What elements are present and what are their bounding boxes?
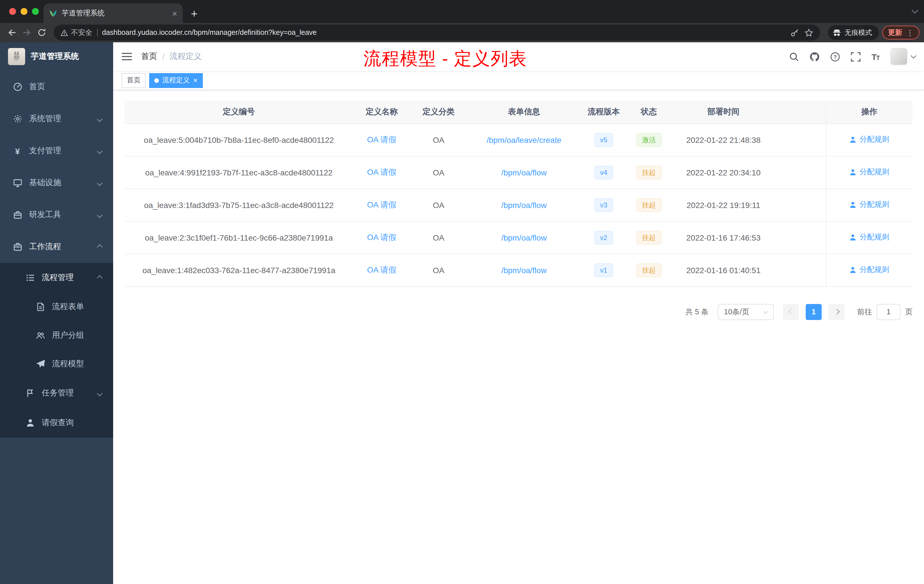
tag-process-definition[interactable]: 流程定义 × [149,73,203,88]
definition-table: 定义编号 定义名称 定义分类 表单信息 流程版本 状态 部署时间 操作 [125,101,912,287]
sidebar-item-home[interactable]: 首页 [0,71,113,103]
page-number-button[interactable]: 1 [806,304,822,320]
column-header-id: 定义编号 [125,101,353,124]
back-button[interactable] [5,25,20,40]
column-header-deploy-time: 部署时间 [672,101,776,124]
definition-name-link[interactable]: OA 请假 [367,167,396,176]
divider [97,28,97,36]
avatar[interactable] [890,48,908,65]
prev-page-button[interactable] [783,304,799,320]
browser-menu-icon[interactable]: ⋮ [906,29,914,36]
navbar-actions: ? TT [789,48,916,65]
close-window-button[interactable] [9,8,16,15]
version-badge: v2 [594,231,613,244]
sidebar-item-process-form[interactable]: 流程表单 [0,292,113,321]
definition-name-link[interactable]: OA 请假 [367,265,396,274]
cell-deploy-time: 2022-01-22 20:34:10 [672,156,776,188]
column-header-action: 操作 [826,101,912,124]
sidebar-item-devtools[interactable]: 研发工具 [0,199,113,231]
sidebar-item-process-management[interactable]: 流程管理 [0,263,113,292]
assign-rule-link[interactable]: 分配规则 [850,167,889,177]
sidebar-item-user-group[interactable]: 用户分组 [0,321,113,350]
sidebar-item-workflow[interactable]: 工作流程 [0,231,113,263]
active-dot [154,78,159,82]
password-key-icon[interactable] [790,28,799,37]
version-badge: v1 [594,263,613,277]
pagination: 共 5 条 10条/页 1 前往 页 [125,304,912,320]
column-header-form: 表单信息 [467,101,581,124]
sidebar-item-infrastructure[interactable]: 基础设施 [0,167,113,199]
fullscreen-icon[interactable] [851,52,861,61]
form-link[interactable]: /bpm/oa/leave/create [487,135,561,144]
definition-name-link[interactable]: OA 请假 [367,135,396,144]
tag-close-icon[interactable]: × [193,77,198,84]
help-icon[interactable]: ? [830,52,840,61]
tag-home[interactable]: 首页 [122,73,146,88]
assign-rule-label: 分配规则 [860,265,889,275]
breadcrumb-current: 流程定义 [170,51,202,62]
security-indicator[interactable]: 不安全 [61,28,92,38]
user-menu[interactable] [890,48,916,65]
definition-name-link[interactable]: OA 请假 [367,232,396,241]
sidebar-item-label: 流程模型 [52,359,104,369]
github-icon[interactable] [810,52,819,61]
sidebar-item-process-model[interactable]: 流程模型 [0,350,113,378]
new-tab-button[interactable]: + [191,8,198,20]
bookmark-star-icon[interactable] [805,28,813,37]
table-header-row: 定义编号 定义名称 定义分类 表单信息 流程版本 状态 部署时间 操作 [125,101,912,124]
sidebar-item-system[interactable]: 系统管理 [0,103,113,135]
form-link[interactable]: /bpm/oa/flow [502,266,547,275]
url-text[interactable]: dashboard.yudao.iocoder.cn/bpm/manager/d… [102,28,785,36]
status-badge: 挂起 [636,263,662,277]
breadcrumb-home[interactable]: 首页 [141,51,157,62]
chevron-down-icon [764,309,768,314]
definition-name-link[interactable]: OA 请假 [367,200,396,209]
sidebar-item-payment[interactable]: ¥ 支付管理 [0,135,113,167]
paper-plane-icon [35,359,45,369]
zoom-window-button[interactable] [32,8,39,15]
assign-rule-link[interactable]: 分配规则 [850,232,889,243]
assign-rule-link[interactable]: 分配规则 [850,265,889,275]
tags-view: 首页 流程定义 × [113,71,924,90]
browser-update-button[interactable]: 更新 ⋮ [882,26,919,40]
version-badge: v4 [594,165,613,179]
forward-button[interactable] [20,25,34,40]
sidebar-item-task-management[interactable]: 任务管理 [0,378,113,408]
tab-close-icon[interactable]: × [172,9,177,17]
sidebar-collapse-icon[interactable] [122,51,132,62]
tab-search-icon[interactable] [912,7,918,14]
goto-page-input[interactable] [876,304,901,320]
sidebar-item-label: 研发工具 [29,210,91,220]
form-link[interactable]: /bpm/oa/flow [502,233,547,242]
browser-tab[interactable]: 芋道管理系统 × [43,3,183,23]
yen-icon: ¥ [13,146,22,156]
sidebar-item-label: 首页 [29,82,104,92]
assign-rule-link[interactable]: 分配规则 [850,135,889,145]
reload-button[interactable] [34,25,49,40]
form-link[interactable]: /bpm/oa/flow [502,168,547,177]
cell-id: oa_leave:2:3c1f0ef1-76b1-11ec-9c66-a2380… [125,221,353,254]
caret-down-icon [911,53,916,59]
font-size-icon[interactable]: TT [871,52,879,61]
sidebar: 芋道管理系统 首页 系统管理 ¥ 支付管理 [0,42,113,584]
sidebar-item-label: 流程管理 [42,272,91,283]
incognito-badge[interactable]: 无痕模式 [828,25,879,40]
cell-category: OA [410,221,467,254]
chevron-down-icon [97,212,102,218]
form-link[interactable]: /bpm/oa/flow [502,200,547,210]
goto-label: 前往 [857,307,872,317]
next-page-button[interactable] [828,304,845,320]
assign-rule-link[interactable]: 分配规则 [850,200,889,210]
app-title: 芋道管理系统 [31,51,79,62]
minimize-window-button[interactable] [21,8,27,15]
users-icon [35,331,45,340]
status-badge: 挂起 [636,198,662,212]
sidebar-item-label: 流程表单 [52,302,104,312]
address-bar[interactable]: 不安全 dashboard.yudao.iocoder.cn/bpm/manag… [54,25,820,41]
search-icon[interactable] [789,52,799,61]
page-size-select[interactable]: 10条/页 [718,304,774,320]
monitor-icon [13,178,22,188]
sidebar-item-leave-query[interactable]: 请假查询 [0,408,113,438]
sidebar-item-label: 用户分组 [52,330,104,341]
cell-deploy-time: 2022-01-16 01:40:51 [672,254,776,286]
